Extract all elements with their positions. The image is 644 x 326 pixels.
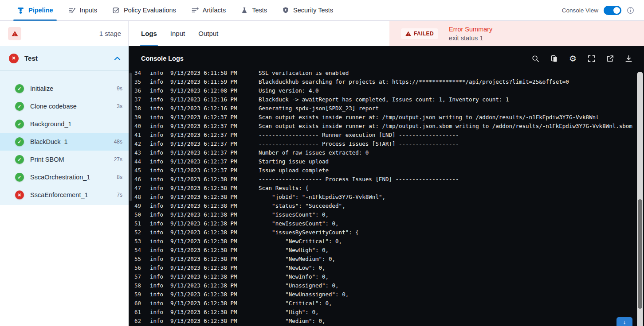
log-line: 50 info 9/13/2023 6:12:38 PM "issuesCoun…	[129, 210, 636, 219]
log-message: Blackduckhub searching for projects at: …	[259, 78, 636, 85]
tab-inputs[interactable]: Inputs	[68, 0, 98, 20]
stage-status-icon: ✕	[9, 54, 19, 63]
step-duration: 48s	[114, 139, 122, 145]
error-summary-message: exit status 1	[449, 34, 492, 43]
tab-label: Inputs	[80, 7, 98, 14]
log-line: 44 info 9/13/2023 6:12:37 PM Starting is…	[129, 157, 636, 166]
log-level: info	[150, 176, 164, 182]
step-row[interactable]: ✓ Print SBOM 27s	[0, 151, 129, 168]
log-message: "Medium": 0,	[259, 318, 636, 324]
tab-pipeline[interactable]: Pipeline	[17, 0, 53, 20]
stage-panel: ✕ Test ✓ Initialize 9s ✓ Clone codebase …	[0, 46, 129, 205]
top-nav: Pipeline Inputs Policy Evaluations Artif…	[17, 0, 333, 20]
log-message: Issue upload complete	[259, 167, 636, 174]
log-timestamp: 9/13/2023 6:12:38 PM	[170, 238, 259, 244]
search-icon[interactable]	[532, 55, 539, 62]
shield-icon	[282, 7, 289, 14]
step-row[interactable]: ✓ SscaOrchestration_1 8s	[0, 168, 129, 186]
tab-tests[interactable]: Tests	[241, 0, 267, 20]
log-timestamp: 9/13/2023 6:11:59 PM	[170, 78, 259, 85]
console-view-toggle[interactable]	[604, 6, 621, 15]
log-level: info	[150, 238, 164, 244]
log-line: 41 info 9/13/2023 6:12:37 PM -----------…	[129, 130, 636, 139]
log-line-number: 61	[129, 309, 141, 315]
log-timestamp: 9/13/2023 6:12:38 PM	[170, 211, 259, 218]
copy-icon[interactable]	[550, 55, 558, 62]
log-timestamp: 9/13/2023 6:12:16 PM	[170, 96, 259, 103]
console-log-viewport[interactable]: 34 info 9/13/2023 6:11:58 PM SSL verific…	[129, 71, 636, 326]
toggle-knob	[613, 7, 620, 14]
log-level: info	[150, 71, 164, 76]
tab-label: Pipeline	[28, 7, 53, 14]
log-message: ------------------ Runner execution [END…	[259, 132, 636, 138]
inputs-icon	[68, 7, 76, 14]
log-timestamp: 9/13/2023 6:12:37 PM	[170, 158, 259, 165]
log-message: "issuesCount": 0,	[259, 211, 636, 218]
settings-gear-icon[interactable]: ⚙	[569, 54, 577, 63]
log-message: "NewCritical": 0,	[259, 238, 636, 244]
scrollbar-thumb[interactable]	[638, 199, 642, 309]
log-level: info	[150, 96, 164, 103]
log-message: "jobId": "-n1FkEpdiw3Y7G-Vvk8Wnl",	[259, 194, 636, 200]
open-in-new-icon[interactable]	[606, 55, 614, 62]
log-line: 37 info 9/13/2023 6:12:16 PM Blackduck -…	[129, 95, 636, 104]
log-line: 51 info 9/13/2023 6:12:38 PM "newIssuesC…	[129, 219, 636, 228]
tab-artifacts[interactable]: Artifacts	[191, 0, 226, 20]
log-message: "newIssuesCount": 0,	[259, 220, 636, 227]
log-line: 59 info 9/13/2023 6:12:38 PM "NewUnassig…	[129, 290, 636, 299]
log-level: info	[150, 291, 164, 298]
log-line: 53 info 9/13/2023 6:12:38 PM "NewCritica…	[129, 237, 636, 245]
step-status-icon: ✓	[15, 137, 24, 146]
tab-output[interactable]: Output	[198, 21, 218, 46]
log-timestamp: 9/13/2023 6:12:38 PM	[170, 185, 259, 191]
inner-scrollbar[interactable]	[130, 73, 132, 201]
log-timestamp: 9/13/2023 6:12:38 PM	[170, 264, 259, 271]
log-level: info	[150, 282, 164, 289]
log-timestamp: 9/13/2023 6:12:16 PM	[170, 105, 259, 112]
chevron-up-icon[interactable]	[114, 56, 121, 61]
step-status-icon: ✓	[15, 173, 24, 182]
tab-input[interactable]: Input	[170, 21, 185, 46]
log-line: 52 info 9/13/2023 6:12:38 PM "issuesBySe…	[129, 228, 636, 237]
log-level: info	[150, 87, 164, 94]
tab-logs[interactable]: Logs	[141, 21, 157, 46]
log-level: info	[150, 220, 164, 227]
step-row[interactable]: ✕ SscaEnforcement_1 7s	[0, 186, 129, 204]
log-message: Scan output exists inside runner at: /tm…	[259, 114, 636, 120]
log-line: 35 info 9/13/2023 6:11:59 PM Blackduckhu…	[129, 77, 636, 86]
log-message: ------------------ Process Issues [START…	[259, 140, 636, 147]
log-message: Generating spdx-json[SPDX_23] report	[259, 105, 636, 112]
log-level: info	[150, 194, 164, 200]
artifacts-icon	[191, 7, 199, 14]
step-row[interactable]: ✓ Background_1	[0, 115, 129, 133]
log-message: "NewHigh": 0,	[259, 247, 636, 253]
log-timestamp: 9/13/2023 6:12:37 PM	[170, 140, 259, 147]
log-timestamp: 9/13/2023 6:12:38 PM	[170, 300, 259, 307]
scrollbar-track[interactable]	[637, 72, 643, 326]
download-icon[interactable]	[625, 55, 632, 62]
tab-security-tests[interactable]: Security Tests	[282, 0, 333, 20]
log-timestamp: 9/13/2023 6:12:37 PM	[170, 167, 259, 174]
log-message: "NewInfo": 0,	[259, 273, 636, 280]
info-icon[interactable]	[627, 7, 634, 14]
stage-header[interactable]: ✕ Test	[0, 46, 129, 71]
log-level: info	[150, 264, 164, 271]
tab-policy-evaluations[interactable]: Policy Evaluations	[112, 0, 176, 20]
step-status-icon: ✕	[15, 190, 24, 199]
step-row[interactable]: ✓ Initialize 9s	[0, 80, 129, 97]
scroll-to-bottom-button[interactable]: ↓	[617, 317, 632, 326]
log-level: info	[150, 140, 164, 147]
log-level: info	[150, 114, 164, 120]
log-message: ------------------- Process Issues [END]…	[259, 176, 636, 182]
log-level: info	[150, 202, 164, 209]
log-line: 38 info 9/13/2023 6:12:16 PM Generating …	[129, 104, 636, 113]
fullscreen-icon[interactable]	[588, 55, 595, 62]
log-line: 62 info 9/13/2023 6:12:38 PM "Medium": 0…	[129, 316, 636, 325]
log-message: "issuesBySeverityCount": {	[259, 229, 636, 236]
log-line-number: 60	[129, 300, 141, 307]
log-message: "status": "Succeeded",	[259, 202, 636, 209]
step-row[interactable]: ✓ Clone codebase 3s	[0, 97, 129, 115]
step-row[interactable]: ✓ BlackDuck_1 48s	[0, 133, 129, 151]
log-message: Scan output exists inside runner at: /tm…	[259, 123, 636, 129]
step-name: Clone codebase	[30, 103, 77, 110]
